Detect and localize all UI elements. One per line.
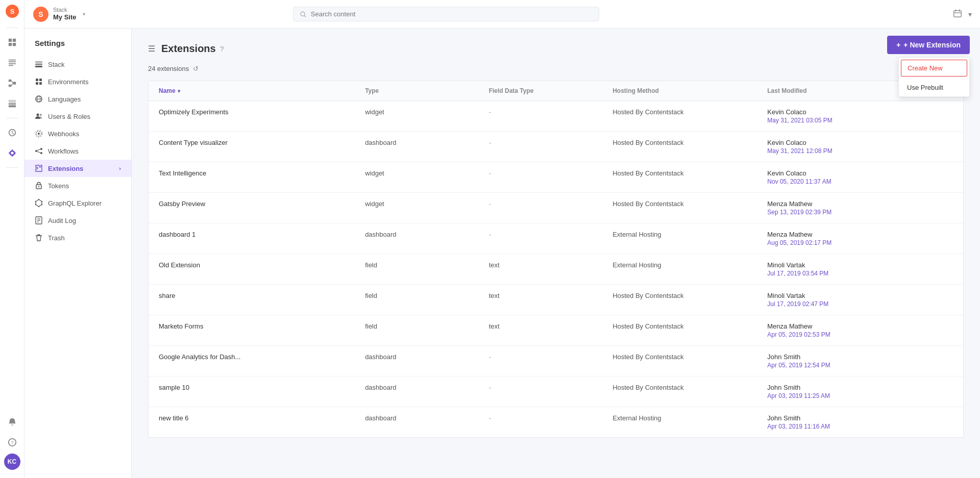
sidebar-item-trash[interactable]: Trash xyxy=(24,229,131,246)
table-row[interactable]: sample 10 dashboard - Hosted By Contents… xyxy=(149,376,963,407)
cell-modified-0: Kevin Colaco May 31, 2021 03:05 PM xyxy=(767,108,953,124)
environments-icon xyxy=(35,78,43,86)
svg-text:?: ? xyxy=(11,440,13,445)
extensions-icon xyxy=(35,164,43,172)
calendar-dropdown-icon[interactable]: ▾ xyxy=(968,10,972,18)
table-row[interactable]: new title 6 dashboard - External Hosting… xyxy=(149,407,963,437)
cell-modified-6: Minoli Vartak Jul 17, 2019 02:47 PM xyxy=(767,292,953,308)
cell-type-1: dashboard xyxy=(365,139,489,146)
brand-site-label: My Site xyxy=(53,13,77,21)
cell-fieldtype-7: text xyxy=(489,322,613,330)
cell-modified-4: Menza Mathew Aug 05, 2019 02:17 PM xyxy=(767,231,953,246)
cell-name-7: Marketo Forms xyxy=(159,322,365,330)
left-icon-bar: S ? KC xyxy=(0,0,24,478)
svg-rect-32 xyxy=(36,79,38,81)
search-input[interactable] xyxy=(311,10,593,18)
refresh-icon[interactable]: ↺ xyxy=(193,65,199,72)
calendar-icon[interactable] xyxy=(951,7,964,21)
nav-separator-3 xyxy=(6,167,18,168)
svg-text:S: S xyxy=(10,8,14,15)
sidebar-item-languages[interactable]: Languages xyxy=(24,90,131,108)
trash-icon xyxy=(35,234,43,242)
nav-icon-tree[interactable] xyxy=(3,74,21,92)
dropdown-create-new[interactable]: Create New xyxy=(901,60,967,77)
table-row[interactable]: share field text Hosted By Contentstack … xyxy=(149,285,963,315)
users-icon xyxy=(35,112,43,120)
cell-modified-5: Minoli Vartak Jul 17, 2019 03:54 PM xyxy=(767,261,953,277)
sidebar-item-webhooks[interactable]: Webhooks xyxy=(24,125,131,142)
top-bar: S Stack My Site ▾ xyxy=(24,0,980,29)
svg-line-24 xyxy=(305,15,306,17)
sidebar-item-stack-label: Stack xyxy=(48,61,65,68)
cell-modified-8: John Smith Apr 05, 2019 12:54 PM xyxy=(767,353,953,369)
cell-type-8: dashboard xyxy=(365,353,489,361)
audit-icon xyxy=(35,216,43,224)
cell-fieldtype-3: - xyxy=(489,200,613,208)
nav-icon-help[interactable]: ? xyxy=(3,433,21,451)
table-row[interactable]: Marketo Forms field text Hosted By Conte… xyxy=(149,315,963,346)
table-row[interactable]: dashboard 1 dashboard - External Hosting… xyxy=(149,223,963,254)
col-name-header[interactable]: Name ▾ xyxy=(159,87,365,94)
search-bar[interactable] xyxy=(293,7,599,21)
sidebar-item-extensions[interactable]: Extensions › xyxy=(24,160,131,177)
sidebar-item-users-roles[interactable]: Users & Roles xyxy=(24,108,131,125)
svg-point-40 xyxy=(38,133,40,135)
cell-name-6: share xyxy=(159,292,365,299)
sidebar-item-trash-label: Trash xyxy=(48,234,65,242)
svg-point-39 xyxy=(40,114,42,116)
cell-name-1: Content Type visualizer xyxy=(159,139,365,146)
sidebar-item-audit-log[interactable]: Audit Log xyxy=(24,212,131,229)
cell-fieldtype-5: text xyxy=(489,261,613,269)
page-title: Extensions xyxy=(161,43,216,55)
nav-icon-grid[interactable] xyxy=(3,33,21,52)
table-row[interactable]: Text Intelligence widget - Hosted By Con… xyxy=(149,162,963,193)
table-row[interactable]: Content Type visualizer dashboard - Host… xyxy=(149,132,963,162)
cell-type-4: dashboard xyxy=(365,231,489,238)
nav-icon-releases[interactable] xyxy=(3,123,21,142)
table-row[interactable]: Google Analytics for Dash... dashboard -… xyxy=(149,346,963,376)
sidebar-item-tokens[interactable]: Tokens xyxy=(24,177,131,194)
new-extension-button[interactable]: + + New Extension xyxy=(887,36,970,54)
sidebar-item-workflows[interactable]: Workflows xyxy=(24,142,131,160)
sidebar-item-extensions-label: Extensions xyxy=(48,165,83,172)
tokens-icon xyxy=(35,182,43,190)
help-circle-icon[interactable]: ? xyxy=(220,45,224,53)
brand-logo-icon: S xyxy=(33,6,49,22)
table-row[interactable]: Old Extension field text External Hostin… xyxy=(149,254,963,285)
graphql-icon xyxy=(35,199,43,207)
dropdown-use-prebuilt[interactable]: Use Prebuilt xyxy=(899,79,969,96)
search-icon xyxy=(300,11,306,18)
app-logo-icon: S xyxy=(5,4,19,18)
col-type-header: Type xyxy=(365,87,489,94)
sidebar-item-stack[interactable]: Stack xyxy=(24,56,131,73)
modified-by-0: Kevin Colaco xyxy=(767,108,953,116)
sidebar-item-users-roles-label: Users & Roles xyxy=(48,113,90,120)
nav-icon-stack[interactable] xyxy=(3,94,21,113)
sort-icon: ▾ xyxy=(178,88,180,94)
modified-by-3: Menza Mathew xyxy=(767,200,953,208)
cell-type-10: dashboard xyxy=(365,414,489,422)
svg-text:S: S xyxy=(38,10,43,18)
nav-icon-notifications[interactable] xyxy=(3,413,21,431)
sidebar-item-graphql-label: GraphQL Explorer xyxy=(48,199,102,207)
app-brand[interactable]: S Stack My Site ▾ xyxy=(33,6,114,22)
modified-date-4: Aug 05, 2019 02:17 PM xyxy=(767,239,953,246)
brand-chevron-icon[interactable]: ▾ xyxy=(83,11,85,17)
sidebar-item-workflows-label: Workflows xyxy=(48,147,79,155)
svg-point-43 xyxy=(35,150,37,152)
nav-icon-list[interactable] xyxy=(3,54,21,72)
table-row[interactable]: Gatsby Preview widget - Hosted By Conten… xyxy=(149,193,963,223)
table-row[interactable]: Optimizely Experiments widget - Hosted B… xyxy=(149,101,963,132)
sidebar-item-graphql[interactable]: GraphQL Explorer xyxy=(24,194,131,212)
hamburger-icon[interactable]: ☰ xyxy=(148,44,155,54)
nav-icon-settings[interactable] xyxy=(3,144,21,162)
nav-separator-1 xyxy=(6,28,18,28)
cell-modified-9: John Smith Apr 03, 2019 11:25 AM xyxy=(767,384,953,399)
sidebar-item-environments[interactable]: Environments xyxy=(24,73,131,90)
svg-rect-5 xyxy=(12,43,15,46)
cell-modified-1: Kevin Colaco May 31, 2021 12:08 PM xyxy=(767,139,953,155)
user-avatar[interactable]: KC xyxy=(4,454,20,470)
modified-by-2: Kevin Colaco xyxy=(767,169,953,177)
modified-by-1: Kevin Colaco xyxy=(767,139,953,146)
cell-name-5: Old Extension xyxy=(159,261,365,269)
